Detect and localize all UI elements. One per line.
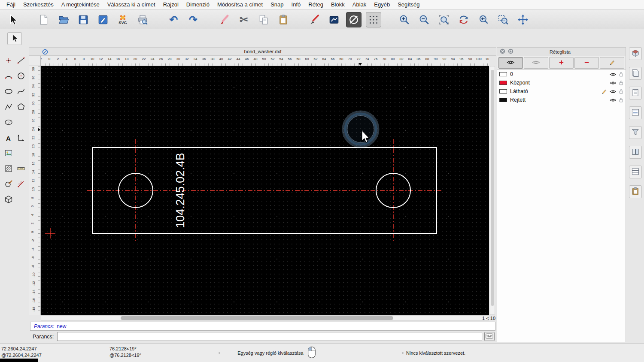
toolbar-select-button[interactable] [5,12,21,27]
toolbar-snap-grid-button[interactable] [366,12,381,27]
tool-measure-button[interactable] [15,163,27,175]
menu-blokk[interactable]: Blokk [327,0,349,9]
layer-add-layer-button[interactable] [549,57,574,69]
layer-row-rejtett[interactable]: Rejtett [497,96,626,104]
layer-panel-close-button[interactable] [499,49,505,55]
tool-circle-button[interactable] [15,70,27,82]
command-input[interactable] [57,332,482,341]
menu-kivalasztas[interactable]: Válassza ki a címet [103,0,159,9]
toolbar-new-button[interactable] [36,12,52,27]
canvas-vscrollbar[interactable] [490,66,495,315]
dock-list-widget-button[interactable] [629,106,642,119]
minus-icon [584,60,589,66]
menu-szerkesztes[interactable]: Szerkesztés [19,0,58,9]
tool-line-button[interactable] [15,55,27,67]
toolbar-zoom-redraw-button[interactable] [456,12,471,27]
layer-visibility-icon[interactable] [610,81,617,85]
drawing-canvas[interactable]: 104.245.02.4B [41,66,489,315]
toolbar-edit-drawing-button[interactable] [95,12,111,27]
tool-ellipse-button[interactable] [3,86,14,98]
keyboard-toggle-button[interactable] [484,332,495,341]
toolbar-attributes-button[interactable] [326,12,342,27]
action-hint: Egység vagy régió kiválasztása [193,350,348,356]
toolbar-copy-button[interactable] [256,12,271,27]
toolbar-zoom-out-button[interactable] [416,12,432,27]
ruler-h-label: 78 [383,57,386,61]
menu-megtekintes[interactable]: A megtekintése [58,0,103,9]
layer-panel-float-button[interactable] [507,49,513,55]
menu-fajl[interactable]: Fájl [3,0,19,9]
toolbar-zoom-window-button[interactable] [495,12,511,27]
dock-pages-widget-button[interactable] [629,67,642,80]
tool-region-button[interactable] [3,117,14,129]
toolbar-zoom-auto-button[interactable] [436,12,452,27]
dock-clipboard-widget-button[interactable] [629,185,642,198]
layer-visibility-icon[interactable] [610,98,617,103]
menu-segitseg[interactable]: Segítség [394,0,423,9]
toolbar-cut-button[interactable]: ✂ [236,12,252,27]
layer-edit-icon[interactable] [601,89,607,94]
layer-show-all-layers-button[interactable] [498,57,523,69]
toolbar-ellipse-tool-button[interactable] [346,12,361,27]
toolbar-zoom-pan-button[interactable] [515,12,531,27]
menu-egyeb[interactable]: Egyéb [370,0,394,9]
toolbar-zoom-in-button[interactable] [397,12,412,27]
tool-image-button[interactable] [3,148,14,160]
toolbar-export-svg-button[interactable]: SVG [115,12,131,27]
toolbar-open-button[interactable] [56,12,71,27]
layer-edit-layer-button[interactable] [600,57,624,69]
toolbar-paste-button[interactable] [276,12,291,27]
toolbar-save-button[interactable] [76,12,91,27]
canvas-hscrollbar[interactable] [41,315,489,321]
dock-page-widget-button[interactable] [629,87,642,100]
menu-info[interactable]: Infó [288,0,305,9]
tool-hatch-button[interactable] [3,163,14,175]
ruler-h-label: 32 [185,57,189,61]
tool-info-button[interactable] [15,178,27,190]
dock-rows-widget-button[interactable] [629,166,642,178]
ruler-h-label: 26 [159,57,163,61]
dock-block-widget-button[interactable] [629,47,642,60]
menu-snap[interactable]: Snap [267,0,287,9]
dock-filter-widget-button[interactable] [629,126,642,139]
dock-library-widget-button[interactable] [629,146,642,159]
polar-coordinate-display: 76.2128<19° @76.2128<19° [109,346,141,359]
tool-polyline-button[interactable] [3,101,14,113]
toolbar-undo-button[interactable]: ↶ [166,12,181,27]
menu-dimenzio[interactable]: Dimenzió [182,0,213,9]
tool-point-button[interactable] [3,55,14,67]
tool-modify-button[interactable] [3,178,14,190]
toolbar-zoom-previous-button[interactable] [476,12,491,27]
tool-spline-button[interactable] [15,86,27,98]
layer-lock-icon[interactable] [619,89,623,94]
layer-show-inactive-layers-button[interactable] [524,57,548,69]
ruler-h-label: 74 [365,57,369,61]
zoomout-icon [419,14,430,25]
menu-ablak[interactable]: Ablak [349,0,371,9]
layer-remove-layer-button[interactable] [574,57,599,69]
toolbar-redo-button[interactable]: ↷ [185,12,201,27]
vscrollbar-thumb[interactable] [491,70,494,306]
toolbar-pen-button[interactable] [307,12,322,27]
menu-reteg[interactable]: Réteg [304,0,327,9]
layer-visibility-icon[interactable] [610,72,617,77]
ruler-v-label: 6 [30,205,34,207]
tool-arc-button[interactable] [3,70,14,82]
layer-lock-icon[interactable] [619,72,623,77]
menu-modositas[interactable]: Módosítsa a címet [213,0,267,9]
tool-dimension-button[interactable] [15,132,27,144]
hscrollbar-thumb[interactable] [121,316,393,320]
toolbar-print-preview-button[interactable] [135,12,150,27]
layer-visibility-icon[interactable] [610,89,617,94]
menu-rajzol[interactable]: Rajzol [159,0,182,9]
layer-row-0[interactable]: 0 [497,70,626,78]
layer-lock-icon[interactable] [619,97,623,103]
tool-block-button[interactable] [3,194,14,206]
layer-row-kozpont[interactable]: Központ [497,78,626,87]
layer-row-lathato[interactable]: Látható [497,87,626,96]
tool-select-button[interactable] [7,32,22,45]
tool-text-button[interactable]: A [3,132,14,144]
toolbar-delete-button[interactable] [216,12,232,27]
tool-polygon-button[interactable] [15,101,27,113]
layer-lock-icon[interactable] [619,80,623,85]
